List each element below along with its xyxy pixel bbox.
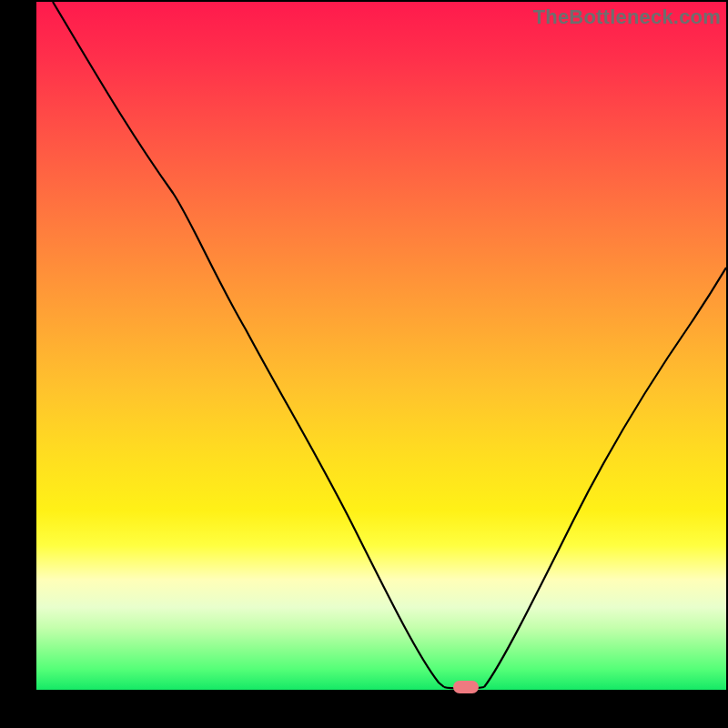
bottleneck-curve bbox=[36, 2, 726, 690]
watermark-text: TheBottleneck.com bbox=[533, 5, 721, 29]
plot-area: TheBottleneck.com bbox=[36, 2, 726, 690]
chart-frame: TheBottleneck.com bbox=[0, 0, 728, 728]
optimum-marker bbox=[453, 681, 479, 693]
